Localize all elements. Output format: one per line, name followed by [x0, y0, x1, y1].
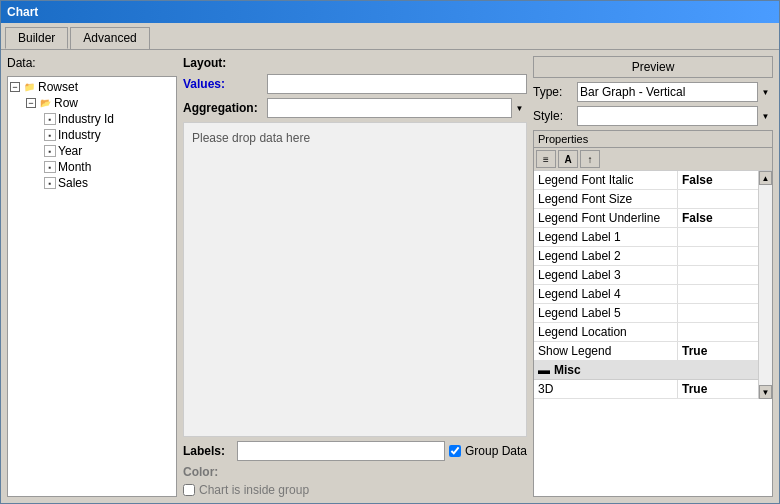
chart-inside-group-row: Chart is inside group	[183, 483, 527, 497]
scroll-track[interactable]	[759, 185, 772, 385]
prop-legend-label-2[interactable]: Legend Label 2	[534, 247, 758, 266]
prop-legend-label-4[interactable]: Legend Label 4	[534, 285, 758, 304]
style-select-wrapper: ▼	[577, 106, 773, 126]
properties-scrollbar: ▲ ▼	[758, 171, 772, 399]
tree-sales[interactable]: ▪ Sales	[44, 175, 174, 191]
scroll-down-arrow[interactable]: ▼	[759, 385, 772, 399]
group-data-label: Group Data	[465, 444, 527, 458]
group-data-checkbox[interactable]	[449, 445, 461, 457]
prop-btn-alpha[interactable]: A	[558, 150, 578, 168]
field-icon-year: ▪	[44, 145, 56, 157]
middle-panel: Layout: Values: Aggregation: ▼ Please dr…	[183, 56, 527, 497]
preview-button[interactable]: Preview	[533, 56, 773, 78]
style-label: Style:	[533, 109, 573, 123]
data-tree: − 📁 Rowset − 📂 Row ▪ Industry	[7, 76, 177, 497]
bottom-form: Labels: Group Data Color: Chart is insid…	[183, 441, 527, 497]
prop-3d[interactable]: 3D True	[534, 380, 758, 399]
prop-legend-location[interactable]: Legend Location	[534, 323, 758, 342]
left-panel: Data: − 📁 Rowset − 📂 Row	[7, 56, 177, 497]
tree-row[interactable]: − 📂 Row	[26, 95, 174, 111]
properties-title: Properties	[534, 131, 772, 148]
chart-inside-group-label: Chart is inside group	[199, 483, 309, 497]
values-row: Values:	[183, 74, 527, 94]
tree-row-label: Row	[54, 96, 78, 110]
style-row: Style: ▼	[533, 106, 773, 126]
field-icon-industry: ▪	[44, 129, 56, 141]
tree-rowset[interactable]: − 📁 Rowset	[10, 79, 174, 95]
layout-label: Layout:	[183, 56, 226, 70]
drop-area[interactable]: Please drop data here	[183, 122, 527, 437]
row-folder-icon: 📂	[38, 96, 52, 110]
prop-legend-label-3[interactable]: Legend Label 3	[534, 266, 758, 285]
right-panel: Preview Type: Bar Graph - Vertical ▼ Sty…	[533, 56, 773, 497]
prop-legend-font-underline[interactable]: Legend Font Underline False	[534, 209, 758, 228]
collapse-row-icon[interactable]: −	[26, 98, 36, 108]
values-input[interactable]	[267, 74, 527, 94]
scroll-up-arrow[interactable]: ▲	[759, 171, 772, 185]
values-label: Values:	[183, 77, 263, 91]
tree-sales-label: Sales	[58, 176, 88, 190]
aggregation-select-wrapper: ▼	[267, 98, 527, 118]
type-select[interactable]: Bar Graph - Vertical	[577, 82, 773, 102]
aggregation-select[interactable]	[267, 98, 527, 118]
field-icon-month: ▪	[44, 161, 56, 173]
tree-industry-id-label: Industry Id	[58, 112, 114, 126]
misc-section-label: Misc	[554, 363, 581, 377]
properties-toolbar: ≡ A ↑	[534, 148, 772, 171]
tree-industry[interactable]: ▪ Industry	[44, 127, 174, 143]
labels-label: Labels:	[183, 444, 233, 458]
style-select[interactable]	[577, 106, 773, 126]
data-section-label: Data:	[7, 56, 177, 70]
folder-icon: 📁	[22, 80, 36, 94]
chart-window: Chart Builder Advanced Data: − 📁 Rowset	[0, 0, 780, 504]
prop-legend-label-1[interactable]: Legend Label 1	[534, 228, 758, 247]
window-title: Chart	[7, 5, 38, 19]
prop-legend-label-5[interactable]: Legend Label 5	[534, 304, 758, 323]
type-row: Type: Bar Graph - Vertical ▼	[533, 82, 773, 102]
aggregation-label: Aggregation:	[183, 101, 263, 115]
tree-industry-id[interactable]: ▪ Industry Id	[44, 111, 174, 127]
prop-btn-sort[interactable]: ↑	[580, 150, 600, 168]
drop-placeholder-text: Please drop data here	[192, 131, 310, 145]
tab-builder[interactable]: Builder	[5, 27, 68, 49]
prop-misc-section: ▬ Misc	[534, 361, 758, 380]
labels-row: Labels: Group Data	[183, 441, 527, 461]
color-label: Color:	[183, 465, 233, 479]
tab-advanced[interactable]: Advanced	[70, 27, 149, 49]
misc-collapse-icon[interactable]: ▬	[538, 363, 550, 377]
prop-show-legend[interactable]: Show Legend True	[534, 342, 758, 361]
tree-industry-label: Industry	[58, 128, 101, 142]
tree-month[interactable]: ▪ Month	[44, 159, 174, 175]
tree-month-label: Month	[58, 160, 91, 174]
prop-legend-font-size[interactable]: Legend Font Size	[534, 190, 758, 209]
field-icon-sales: ▪	[44, 177, 56, 189]
scrollbar-area: Legend Font Italic False Legend Font Siz…	[534, 171, 772, 399]
chart-inside-group-checkbox[interactable]	[183, 484, 195, 496]
tree-rowset-label: Rowset	[38, 80, 78, 94]
aggregation-row: Aggregation: ▼	[183, 98, 527, 118]
prop-legend-font-italic[interactable]: Legend Font Italic False	[534, 171, 758, 190]
title-bar: Chart	[1, 1, 779, 23]
field-icon-industry-id: ▪	[44, 113, 56, 125]
content-area: Data: − 📁 Rowset − 📂 Row	[1, 50, 779, 503]
tree-year[interactable]: ▪ Year	[44, 143, 174, 159]
collapse-rowset-icon[interactable]: −	[10, 82, 20, 92]
color-row: Color:	[183, 465, 527, 479]
prop-btn-list[interactable]: ≡	[536, 150, 556, 168]
properties-box: Properties ≡ A ↑ Legend Font Italic Fals…	[533, 130, 773, 497]
tab-bar: Builder Advanced	[1, 23, 779, 50]
properties-table: Legend Font Italic False Legend Font Siz…	[534, 171, 758, 399]
type-select-wrapper: Bar Graph - Vertical ▼	[577, 82, 773, 102]
labels-input[interactable]	[237, 441, 445, 461]
type-label: Type:	[533, 85, 573, 99]
tree-year-label: Year	[58, 144, 82, 158]
